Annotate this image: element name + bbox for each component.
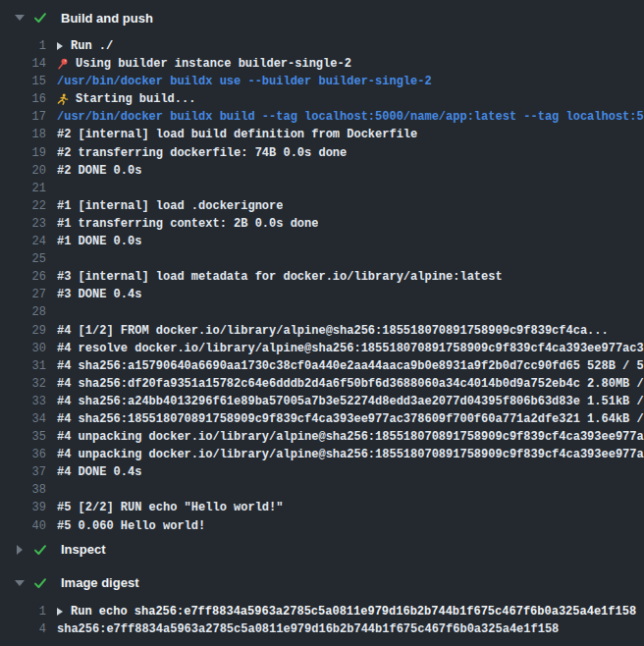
section-lines: 1 Run echo sha256:e7ff8834a5963a2785c5a0… (0, 603, 644, 638)
line-number[interactable]: 27 (0, 286, 46, 303)
log-line: 27 #3 DONE 0.4s (0, 286, 644, 303)
log-text: #4 unpacking docker.io/library/alpine@sh… (57, 428, 644, 446)
runner-emoji (57, 93, 69, 105)
line-content: #4 sha256:df20fa9351a15782c64e6dddb2d4a6… (57, 375, 644, 393)
log-text: #4 sha256:a24bb4013296f61e89ba57005a7b3e… (57, 393, 644, 410)
line-number[interactable]: 25 (0, 250, 46, 268)
log-text: #4 sha256:185518070891758909c9f839cf4ca3… (57, 410, 644, 428)
line-content: #1 DONE 0.0s (57, 233, 141, 250)
line-number[interactable]: 18 (0, 126, 46, 143)
line-number[interactable]: 23 (0, 215, 46, 233)
line-number[interactable]: 33 (0, 393, 46, 410)
log-text: #4 DONE 0.4s (57, 463, 141, 481)
log-line: 19 #2 transferring dockerfile: 74B 0.0s … (0, 144, 644, 162)
line-number[interactable]: 14 (0, 55, 46, 73)
log-line: 33 #4 sha256:a24bb4013296f61e89ba57005a7… (0, 393, 644, 410)
log-text: #2 DONE 0.0s (57, 162, 141, 180)
line-number[interactable]: 29 (0, 322, 46, 340)
line-number[interactable]: 19 (0, 144, 46, 162)
line-number[interactable]: 21 (0, 180, 46, 197)
group-command-text: Run echo sha256:e7ff8834a5963a2785c5a081… (71, 603, 636, 620)
line-content: /usr/bin/docker buildx use --builder bui… (57, 73, 432, 90)
log-line: 37 #4 DONE 0.4s (0, 463, 644, 481)
line-content: Starting build... (57, 90, 195, 108)
section-title: Build and push (61, 11, 153, 26)
line-number[interactable]: 1 (0, 37, 46, 55)
log-line: 20 #2 DONE 0.0s (0, 162, 644, 180)
line-number[interactable]: 37 (0, 463, 46, 481)
caret-icon[interactable] (15, 578, 25, 588)
line-number[interactable]: 20 (0, 162, 46, 180)
log-line: 31 #4 sha256:a15790640a6690aa1730c38cf0a… (0, 357, 644, 375)
log-line: 1 Run echo sha256:e7ff8834a5963a2785c5a0… (0, 603, 644, 620)
line-content: #1 transferring context: 2B 0.0s done (57, 215, 318, 233)
log-text: #1 transferring context: 2B 0.0s done (57, 215, 318, 233)
line-content: #3 DONE 0.4s (57, 286, 141, 303)
line-number[interactable]: 17 (0, 108, 46, 126)
log-line: 18 #2 [internal] load build definition f… (0, 126, 644, 143)
log-text: #2 transferring dockerfile: 74B 0.0s don… (57, 144, 347, 162)
line-number[interactable]: 1 (0, 603, 46, 620)
log-text: #5 0.060 Hello world! (57, 517, 205, 535)
line-number[interactable]: 16 (0, 90, 46, 108)
line-number[interactable]: 22 (0, 197, 46, 215)
log-line: 39 #5 [2/2] RUN echo "Hello world!" (0, 499, 644, 516)
check-icon (33, 543, 47, 557)
line-number[interactable]: 38 (0, 481, 46, 499)
section-header[interactable]: Image digest (0, 571, 644, 595)
line-content: #2 [internal] load build definition from… (57, 126, 417, 143)
check-icon (33, 576, 47, 590)
log-text: #4 unpacking docker.io/library/alpine@sh… (57, 446, 644, 463)
caret-icon[interactable] (15, 13, 25, 23)
line-number[interactable]: 39 (0, 499, 46, 516)
line-content: Using builder instance builder-single-2 (57, 55, 351, 73)
line-content: #4 resolve docker.io/library/alpine@sha2… (57, 340, 644, 357)
log-text: #4 [1/2] FROM docker.io/library/alpine@s… (57, 322, 609, 340)
line-content: #2 transferring dockerfile: 74B 0.0s don… (57, 144, 347, 162)
line-content: #4 DONE 0.4s (57, 463, 141, 481)
log-line: 28 (0, 303, 644, 321)
log-text: sha256:e7ff8834a5963a2785c5a0811e979d16b… (57, 620, 559, 638)
line-content: #5 0.060 Hello world! (57, 517, 205, 535)
line-number[interactable]: 31 (0, 357, 46, 375)
section-lines: 1 Run ./ 14 Using builder instance build… (0, 37, 644, 535)
line-number[interactable]: 35 (0, 428, 46, 446)
line-number[interactable]: 32 (0, 375, 46, 393)
log-text: #4 sha256:df20fa9351a15782c64e6dddb2d4a6… (57, 375, 644, 393)
line-content: #4 sha256:a24bb4013296f61e89ba57005a7b3e… (57, 393, 644, 410)
expand-group-icon[interactable] (57, 608, 63, 616)
line-number[interactable]: 34 (0, 410, 46, 428)
pushpin-emoji (57, 58, 69, 70)
line-number[interactable]: 26 (0, 268, 46, 286)
log-line: 29 #4 [1/2] FROM docker.io/library/alpin… (0, 322, 644, 340)
section-header[interactable]: Build and push (0, 6, 644, 29)
line-content: Run ./ (57, 37, 113, 55)
log-line: 21 (0, 180, 644, 197)
log-text: #4 resolve docker.io/library/alpine@sha2… (57, 340, 644, 357)
line-content: #4 unpacking docker.io/library/alpine@sh… (57, 428, 644, 446)
log-line: 35 #4 unpacking docker.io/library/alpine… (0, 428, 644, 446)
log-line: 25 (0, 250, 644, 268)
line-content: #1 [internal] load .dockerignore (57, 197, 283, 215)
line-number[interactable]: 28 (0, 303, 46, 321)
line-number[interactable]: 4 (0, 620, 46, 638)
section-title: Image digest (61, 575, 138, 590)
command-text: /usr/bin/docker buildx build --tag local… (57, 108, 644, 126)
line-number[interactable]: 15 (0, 73, 46, 90)
line-content: Run echo sha256:e7ff8834a5963a2785c5a081… (57, 603, 636, 620)
log-line: 26 #3 [internal] load metadata for docke… (0, 268, 644, 286)
section-header[interactable]: Inspect (0, 538, 644, 562)
expand-group-icon[interactable] (57, 42, 63, 50)
line-number[interactable]: 36 (0, 446, 46, 463)
log-section: Build and push 1 Run ./ 14 Using builder… (0, 6, 644, 535)
line-number[interactable]: 30 (0, 340, 46, 357)
line-number[interactable]: 24 (0, 233, 46, 250)
line-content: sha256:e7ff8834a5963a2785c5a0811e979d16b… (57, 620, 559, 638)
line-content: #5 [2/2] RUN echo "Hello world!" (57, 499, 283, 516)
log-line: 1 Run ./ (0, 37, 644, 55)
line-number[interactable]: 40 (0, 517, 46, 535)
caret-icon[interactable] (15, 545, 25, 555)
log-text: Starting build... (76, 90, 195, 108)
log-line: 15 /usr/bin/docker buildx use --builder … (0, 73, 644, 90)
log-line: 23 #1 transferring context: 2B 0.0s done (0, 215, 644, 233)
